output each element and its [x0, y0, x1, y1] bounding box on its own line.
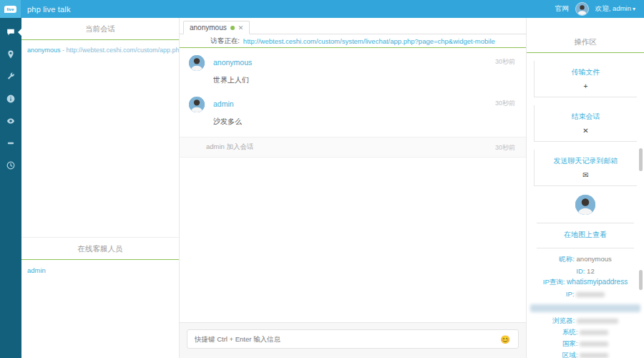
message-input[interactable]	[187, 329, 519, 349]
message-avatar	[189, 55, 205, 71]
active-notch	[18, 29, 21, 36]
detail-row: 区域:	[527, 351, 644, 358]
id-label: ID:	[576, 267, 585, 275]
app-window: live php live talk 官网 欢迎, admin▾	[0, 0, 644, 358]
message-author[interactable]: anonymous	[213, 58, 252, 67]
visitor-url-link[interactable]: http://webtest.ceshi.com/custom/system/l…	[243, 37, 495, 45]
ip-query-link[interactable]: whatismyipaddress	[567, 278, 628, 286]
visitor-avatar	[575, 195, 595, 215]
topbar-right: 官网 欢迎, admin▾	[555, 2, 644, 16]
app-logo[interactable]: live	[0, 0, 21, 18]
chat-panel: anonymous ✕ 访客正在: http://webtest.ceshi.c…	[180, 18, 527, 358]
main-area: 当前会话 anonymous - http://webtest.ceshi.co…	[0, 18, 644, 358]
history-icon	[6, 160, 15, 173]
redacted-value	[580, 330, 608, 335]
detail-row: 国家:	[527, 339, 644, 349]
scrollbar-thumb[interactable]	[639, 270, 643, 290]
message-time: 30秒前	[495, 99, 515, 108]
sessions-title: 当前会话	[21, 18, 179, 40]
transfer-file-link[interactable]: 传输文件	[535, 67, 637, 77]
redacted-value	[576, 292, 605, 297]
tab-anonymous[interactable]: anonymous ✕	[183, 21, 250, 34]
minus-icon	[6, 137, 15, 150]
divider	[537, 248, 634, 248]
visitor-id: ID: 12	[527, 267, 644, 275]
eye-icon	[6, 115, 15, 128]
session-visitor-url: - http://webtest.ceshi.com/custom/app.ph…	[62, 47, 179, 54]
system-message: admin 加入会话 30秒前	[180, 137, 526, 158]
visitor-nick: 昵称: anonymous	[527, 255, 644, 264]
scrollbar-thumb[interactable]	[639, 148, 643, 171]
message-avatar	[189, 97, 205, 112]
official-site-link[interactable]: 官网	[555, 4, 569, 14]
system-message-time: 30秒前	[495, 143, 515, 153]
detail-label: 浏览器:	[552, 316, 575, 324]
email-transcript-link[interactable]: 发送聊天记录到邮箱	[535, 156, 637, 166]
left-panel: 当前会话 anonymous - http://webtest.ceshi.co…	[21, 18, 180, 358]
session-visitor-name: anonymous	[27, 47, 61, 54]
app-title: php live talk	[27, 5, 71, 14]
detail-label: 国家:	[562, 339, 578, 347]
sessions-card: 当前会话 anonymous - http://webtest.ceshi.co…	[21, 18, 179, 238]
right-panel: 操作区 传输文件 + 结束会话 ✕ 发送聊天记录到邮箱 ✉ 在地图上查看	[527, 18, 644, 358]
map-marker-icon	[6, 49, 15, 62]
view-on-map-link[interactable]: 在地图上查看	[564, 231, 607, 238]
session-list-item[interactable]: anonymous - http://webtest.ceshi.com/cus…	[21, 40, 179, 60]
action-transfer-file: 传输文件 +	[534, 61, 637, 97]
welcome-user-menu[interactable]: 欢迎, admin▾	[595, 4, 635, 14]
topbar: live php live talk 官网 欢迎, admin▾	[0, 0, 644, 18]
redacted-value	[577, 319, 618, 324]
agent-list-item[interactable]: admin	[21, 260, 179, 281]
sidebar-item-settings[interactable]	[0, 66, 21, 88]
plus-icon[interactable]: +	[535, 82, 637, 90]
divider	[537, 223, 634, 223]
redacted-band	[530, 304, 640, 312]
comment-icon	[6, 26, 15, 39]
message-text: 沙发多么	[213, 117, 517, 128]
detail-row: 系统:	[527, 328, 644, 337]
action-email-transcript: 发送聊天记录到邮箱 ✉	[534, 150, 637, 186]
action-end-session: 结束会话 ✕	[534, 105, 637, 142]
agents-card: 在线客服人员 admin	[21, 238, 179, 358]
close-icon[interactable]: ✕	[535, 127, 637, 135]
id-value: 12	[587, 267, 595, 275]
message-text: 世界上人们	[213, 75, 517, 87]
icon-sidebar	[0, 18, 21, 358]
sidebar-item-chats[interactable]	[0, 21, 21, 44]
online-status-dot	[230, 26, 235, 30]
ip-label: IP:	[566, 290, 575, 298]
message-time: 30秒前	[495, 57, 515, 67]
chat-message: admin 沙发多么 30秒前	[180, 90, 526, 131]
sidebar-item-visitors[interactable]	[0, 44, 21, 66]
user-avatar[interactable]	[575, 2, 589, 16]
message-list[interactable]: anonymous 世界上人们 30秒前 admin 沙发多么 30秒前	[180, 48, 526, 322]
sidebar-item-monitor[interactable]	[0, 110, 21, 132]
sidebar-item-history[interactable]	[0, 155, 21, 177]
message-author[interactable]: admin	[213, 100, 234, 108]
redacted-value	[580, 353, 608, 358]
visitor-ip: IP:	[527, 290, 644, 298]
chat-message: anonymous 世界上人们 30秒前	[180, 48, 526, 90]
visitor-url-label: 访客正在:	[210, 37, 240, 46]
sidebar-item-offline[interactable]	[0, 132, 21, 155]
agents-title: 在线客服人员	[21, 238, 179, 260]
detail-row: 浏览器:	[527, 316, 644, 326]
sidebar-item-about[interactable]	[0, 88, 21, 110]
system-message-text: admin 加入会话	[206, 142, 254, 150]
speech-bubble-icon: live	[4, 6, 16, 13]
visitor-url-bar: 访客正在: http://webtest.ceshi.com/custom/sy…	[180, 34, 526, 48]
emoji-icon[interactable]: 😊	[500, 335, 510, 344]
close-icon[interactable]: ✕	[238, 24, 244, 32]
actions-title: 操作区	[527, 31, 644, 53]
chat-tab-bar: anonymous ✕	[180, 18, 526, 34]
tab-label: anonymous	[190, 24, 227, 32]
nick-label: 昵称:	[559, 255, 575, 263]
welcome-label: 欢迎, admin	[595, 4, 631, 12]
nick-value: anonymous	[577, 255, 612, 263]
end-session-link[interactable]: 结束会话	[535, 112, 637, 122]
wrench-icon	[6, 71, 15, 84]
message-input-bar: 😊	[180, 322, 526, 358]
envelope-icon[interactable]: ✉	[535, 171, 637, 179]
info-icon	[6, 93, 15, 106]
redacted-value	[580, 342, 608, 347]
